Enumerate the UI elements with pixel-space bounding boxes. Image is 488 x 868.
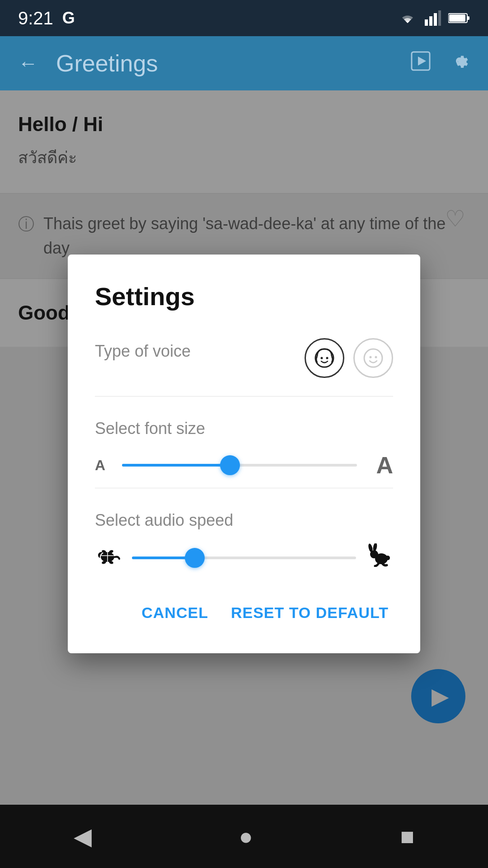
audio-speed-label: Select audio speed	[95, 511, 393, 530]
svg-point-13	[370, 356, 372, 359]
font-size-row: A A	[95, 452, 393, 479]
app-bar: ← Greetings	[0, 36, 488, 90]
status-carrier: G	[62, 9, 75, 28]
settings-button[interactable]	[449, 51, 470, 76]
status-time: 9:21	[18, 8, 53, 28]
reset-button[interactable]: RESET TO DEFAULT	[226, 595, 393, 631]
svg-rect-3	[438, 10, 441, 26]
audio-speed-thumb[interactable]	[185, 548, 205, 568]
svg-rect-6	[449, 14, 465, 22]
font-size-slider[interactable]	[122, 454, 357, 476]
status-left: 9:21 G	[18, 8, 75, 28]
voice-type-section: Type of voice	[95, 338, 393, 378]
cancel-button[interactable]: CANCEL	[137, 595, 213, 631]
svg-point-28	[385, 556, 390, 560]
status-bar: 9:21 G	[0, 0, 488, 36]
font-size-fill	[122, 464, 230, 467]
settings-dialog: Settings Type of voice	[68, 255, 420, 653]
app-title: Greetings	[56, 50, 392, 77]
font-size-thumb[interactable]	[220, 455, 240, 475]
divider-1	[95, 396, 393, 396]
svg-rect-0	[425, 19, 428, 26]
voice-male-button[interactable]	[353, 338, 393, 378]
font-size-label: Select font size	[95, 419, 393, 438]
voice-female-button[interactable]	[305, 338, 344, 378]
nav-home-button[interactable]: ●	[239, 823, 253, 850]
turtle-icon	[95, 543, 123, 572]
back-button[interactable]: ←	[18, 52, 38, 75]
divider-2	[95, 488, 393, 488]
voice-type-label: Type of voice	[95, 342, 191, 361]
voice-icons	[305, 338, 393, 378]
svg-rect-2	[434, 13, 437, 26]
signal-icon	[425, 10, 441, 26]
audio-speed-row	[95, 543, 393, 572]
dialog-actions: CANCEL RESET TO DEFAULT	[95, 595, 393, 631]
font-small-icon: A	[95, 457, 113, 474]
svg-rect-1	[429, 16, 432, 26]
bottom-nav: ◀ ● ■	[0, 805, 488, 868]
nav-recent-button[interactable]: ■	[400, 823, 414, 850]
audio-speed-section: Select audio speed	[95, 511, 393, 572]
nav-back-button[interactable]: ◀	[74, 823, 92, 850]
dialog-title: Settings	[95, 282, 393, 311]
rabbit-icon	[365, 543, 393, 572]
svg-point-11	[326, 357, 328, 359]
svg-point-14	[375, 356, 377, 359]
font-large-icon: A	[366, 452, 393, 479]
play-button[interactable]	[410, 51, 431, 76]
app-bar-icons	[410, 51, 470, 76]
audio-speed-track	[132, 557, 356, 559]
font-size-track	[122, 464, 357, 467]
audio-speed-slider[interactable]	[132, 547, 356, 569]
font-size-section: Select font size A A	[95, 419, 393, 479]
battery-icon	[448, 12, 470, 24]
svg-point-10	[321, 357, 323, 359]
svg-point-12	[364, 349, 382, 367]
svg-rect-5	[467, 16, 469, 20]
status-right	[398, 10, 470, 26]
svg-marker-8	[418, 57, 426, 66]
wifi-icon	[398, 10, 418, 26]
